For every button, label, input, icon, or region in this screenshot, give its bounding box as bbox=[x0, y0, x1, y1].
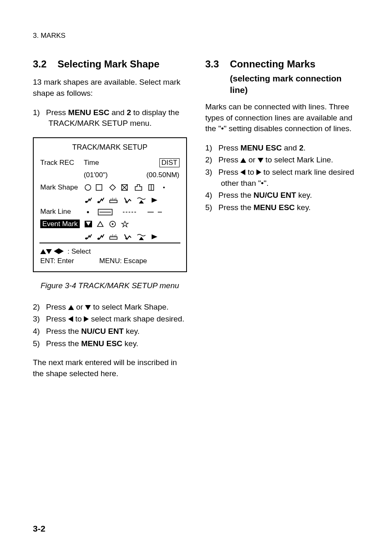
event-mark-icons-row1 bbox=[83, 218, 180, 230]
step-1: 1)Press MENU ESC and 2 to display the TR… bbox=[33, 107, 187, 129]
mark-line-label: Mark Line bbox=[39, 206, 83, 218]
dist-value: (00.50NM) bbox=[124, 169, 180, 181]
svg-point-9 bbox=[85, 201, 87, 203]
arrow-right-icon bbox=[84, 316, 89, 322]
svg-marker-26 bbox=[97, 222, 103, 227]
section-3-2-intro: 13 mark shapes are available. Select mar… bbox=[33, 77, 187, 99]
event-mark-icons-row2 bbox=[83, 230, 180, 243]
svg-point-16 bbox=[125, 201, 127, 203]
svg-marker-37 bbox=[139, 237, 144, 240]
arrow-up-icon bbox=[240, 158, 246, 163]
arrow-down-icon bbox=[258, 158, 263, 163]
mark-shape-icons-row1 bbox=[83, 181, 180, 194]
arrow-right-icon bbox=[256, 169, 261, 175]
page-header: 3. MARKS bbox=[33, 31, 359, 41]
svg-point-0 bbox=[85, 185, 91, 190]
step-r5: 5)Press the MENU ESC key. bbox=[205, 202, 360, 213]
steps-list-left-1: 1)Press MENU ESC and 2 to display the TR… bbox=[33, 107, 187, 129]
mark-shape-icons-row2 bbox=[83, 193, 180, 206]
track-mark-setup-diagram: TRACK/MARK SETUP Track REC Time DIST (01… bbox=[33, 137, 187, 272]
arrow-up-icon bbox=[68, 305, 74, 310]
diagram-footer: : Select ENT: Enter MENU: Escape bbox=[39, 243, 180, 268]
svg-point-28 bbox=[112, 223, 113, 225]
time-value: (01'00") bbox=[83, 169, 125, 181]
step-5: 5)Press the MENU ESC key. bbox=[33, 338, 187, 349]
page-number: 3-2 bbox=[33, 523, 45, 534]
step-4: 4)Press the NU/CU ENT key. bbox=[33, 326, 187, 337]
step-3: 3)Press to select mark shape desired. bbox=[33, 314, 187, 325]
arrow-down-icon bbox=[46, 249, 52, 254]
step-r1: 1)Press MENU ESC and 2. bbox=[205, 143, 360, 154]
steps-list-right: 1)Press MENU ESC and 2. 2)Press or to se… bbox=[205, 143, 360, 213]
mark-shape-label: Mark Shape bbox=[39, 181, 83, 194]
figure-caption: Figure 3-4 TRACK/MARK SETUP menu bbox=[33, 280, 187, 291]
left-column: 3.2 Selecting Mark Shape 13 mark shapes … bbox=[33, 57, 187, 387]
arrow-left-icon bbox=[54, 248, 59, 254]
dist-box: DIST bbox=[159, 158, 180, 167]
svg-rect-11 bbox=[110, 200, 117, 203]
event-mark-selected: Event Mark bbox=[40, 220, 80, 228]
svg-point-36 bbox=[125, 238, 127, 239]
time-label: Time bbox=[83, 157, 125, 169]
section-3-2-outro: The next mark entered will be inscribed … bbox=[33, 357, 187, 379]
svg-rect-31 bbox=[110, 237, 117, 239]
steps-list-left-2: 2)Press or to select Mark Shape. 3)Press… bbox=[33, 302, 187, 349]
diagram-title: TRACK/MARK SETUP bbox=[39, 142, 180, 153]
step-2: 2)Press or to select Mark Shape. bbox=[33, 302, 187, 313]
svg-point-29 bbox=[85, 238, 87, 240]
arrow-up-icon bbox=[40, 249, 46, 254]
section-3-3-subheading: (selecting mark connection line) bbox=[230, 73, 360, 95]
step-r2: 2)Press or to select Mark Line. bbox=[205, 155, 360, 166]
arrow-left-icon bbox=[68, 316, 73, 322]
arrow-down-icon bbox=[85, 305, 91, 310]
arrow-right-icon bbox=[59, 248, 64, 254]
step-r3: 3)Press to to select mark line desired o… bbox=[205, 167, 360, 189]
step-r4: 4)Press the NU/CU ENT key. bbox=[205, 190, 360, 201]
section-3-3-intro: Marks can be connected with lines. Three… bbox=[205, 102, 360, 134]
mark-line-icons bbox=[83, 206, 180, 218]
right-column: 3.3 Connecting Marks (selecting mark con… bbox=[205, 57, 360, 387]
section-3-2-heading: 3.2 Selecting Mark Shape bbox=[33, 57, 187, 71]
svg-marker-17 bbox=[139, 200, 144, 204]
arrow-left-icon bbox=[240, 169, 245, 175]
track-rec-label: Track REC bbox=[39, 157, 83, 169]
svg-point-18 bbox=[87, 211, 89, 213]
svg-point-8 bbox=[163, 187, 165, 188]
section-3-3-heading: 3.3 Connecting Marks bbox=[205, 57, 360, 71]
svg-rect-1 bbox=[96, 185, 102, 190]
svg-marker-2 bbox=[110, 185, 115, 190]
